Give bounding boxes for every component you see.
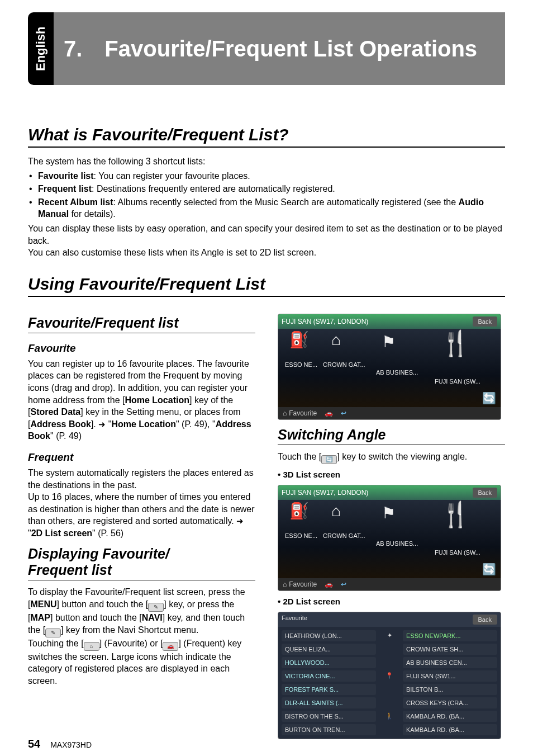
ss-title: FUJI SAN (SW17, LONDON) — [282, 489, 368, 497]
list-item[interactable]: DLR-ALL SAINTS (... — [282, 697, 376, 708]
list-item[interactable]: BURTON ON TREN... — [282, 724, 376, 735]
list-item[interactable]: CROWN GATE SH... — [403, 644, 497, 655]
intro-line: The system has the following 3 shortcut … — [28, 155, 505, 168]
page-number: 54 — [28, 738, 40, 750]
list-item[interactable]: HEATHROW (LON... — [282, 630, 376, 641]
list-item[interactable]: QUEEN ELIZA... — [282, 644, 376, 655]
para-customise: You can also customise these lists when … — [28, 247, 505, 259]
fuel-icon: ⛽ — [289, 503, 309, 519]
screenshot-2d-list: Favourite Back HEATHROW (LON... ✦ ESSO N… — [278, 612, 501, 739]
model-label: MAX973HD — [50, 740, 92, 749]
bullet-2d-list: 2D List screen — [278, 597, 505, 606]
arrow-icon: ➜ — [236, 516, 244, 526]
ss-title: FUJI SAN (SW17, LONDON) — [282, 318, 368, 325]
displaying-paragraph: To display the Favourite/Frequent list s… — [28, 586, 255, 687]
list-item[interactable]: CROSS KEYS (CRA... — [403, 697, 497, 708]
flag-icon: ⚑ — [382, 334, 396, 350]
list-item[interactable]: BISTRO ON THE S... — [282, 711, 376, 722]
turn-icon[interactable]: ↩ — [341, 409, 346, 417]
frequent-p1: The system automatically registers the p… — [28, 467, 255, 491]
list-item[interactable]: VICTORIA CINE... — [282, 670, 376, 682]
fork-knife-icon: 🍴 — [440, 502, 471, 527]
frequent-tab-icon: 🚗 — [163, 642, 178, 651]
ss-label: CROWN GAT... — [323, 532, 365, 539]
bullet-3d-list: 3D List screen — [278, 470, 505, 479]
bullet-recent-album: Recent Album list: Albums recently selec… — [28, 196, 505, 220]
bullet-favourite: Favourite list: You can register your fa… — [28, 170, 505, 182]
favourite-tab[interactable]: ⌂ Favourite — [283, 409, 317, 417]
heading-frequent: Frequent — [28, 451, 255, 464]
screenshot-3d-list-top: FUJI SAN (SW17, LONDON) Back ⛽ ⌂ ⚑ 🍴 ESS… — [278, 314, 501, 420]
arrow-icon: ➜ — [98, 419, 106, 429]
favourite-tab[interactable]: ⌂ Favourite — [283, 580, 317, 588]
section-using: Using Favourite/Frequent List — [28, 275, 505, 297]
turn-icon[interactable]: ↩ — [341, 580, 346, 588]
para-display: You can display these lists by easy oper… — [28, 223, 505, 247]
compass-icon: ✦ — [378, 630, 401, 641]
home-icon: ⌂ — [331, 332, 341, 348]
home-icon: ⌂ — [331, 503, 341, 519]
back-button[interactable]: Back — [473, 316, 497, 327]
switching-angle-text: Touch the [🔄] key to switch the viewing … — [278, 451, 505, 464]
list-item[interactable]: HOLLYWOOD... — [282, 657, 376, 668]
fork-knife-icon: 🍴 — [440, 331, 471, 356]
pointer-icon: 📍 — [378, 670, 401, 682]
flag-icon: ⚑ — [382, 505, 396, 521]
frequent-tab-icon[interactable]: 🚗 — [325, 409, 333, 417]
ss-label: ESSO NE... — [285, 361, 317, 368]
list-item[interactable]: FOREST PARK S... — [282, 684, 376, 695]
shortcut-icon: ✎ — [148, 603, 164, 612]
ss-label: FUJI SAN (SW... — [435, 549, 480, 556]
ss-label: AB BUSINES... — [376, 540, 418, 547]
section-what-is: What is Favourite/Frequent List? — [28, 125, 505, 148]
list-item[interactable]: ESSO NEWPARK... — [403, 630, 497, 641]
ss-label: FUJI SAN (SW... — [435, 378, 480, 385]
list-item[interactable]: BILSTON B... — [403, 684, 497, 695]
ss2-title: Favourite — [282, 615, 307, 625]
subhead-switching-angle: Switching Angle — [278, 427, 505, 445]
fuel-icon: ⛽ — [289, 332, 309, 348]
angle-icon[interactable]: 🔄 — [482, 391, 496, 405]
list-item[interactable]: FUJI SAN (SW1... — [403, 670, 497, 682]
back-button[interactable]: Back — [473, 488, 497, 498]
favourite-tab-icon: ⌂ — [84, 642, 99, 651]
heading-favourite: Favourite — [28, 342, 255, 355]
favourite-paragraph: You can register up to 16 favourite plac… — [28, 358, 255, 442]
angle-icon[interactable]: 🔄 — [482, 563, 496, 576]
bullet-frequent: Frequent list: Destinations frequently e… — [28, 183, 505, 195]
screenshot-3d-list: FUJI SAN (SW17, LONDON) Back ⛽ ⌂ ⚑ 🍴 ESS… — [278, 485, 501, 591]
subhead-displaying: Displaying Favourite/ Frequent list — [28, 546, 255, 580]
person-icon: 🚶 — [378, 711, 401, 722]
page-footer: 54 MAX973HD — [28, 738, 92, 750]
frequent-tab-icon[interactable]: 🚗 — [325, 580, 333, 588]
frequent-p2: Up to 16 places, where the number of tim… — [28, 491, 255, 539]
angle-switch-icon: 🔄 — [321, 455, 337, 464]
ss-label: CROWN GAT... — [323, 361, 365, 368]
list-item[interactable]: KAMBALA RD. (BA... — [403, 711, 497, 722]
chapter-banner: 7. Favourite/Frequent List Operations — [54, 12, 505, 85]
ss-label: AB BUSINES... — [376, 369, 418, 376]
list-item[interactable]: KAMBALA RD. (BA... — [403, 724, 497, 735]
ss-label: ESSO NE... — [285, 532, 317, 539]
subhead-fav-freq-list: Favourite/Frequent list — [28, 315, 255, 333]
shortcut-icon: ✎ — [45, 629, 61, 637]
language-tab: English — [28, 12, 54, 85]
list-item[interactable]: AB BUSINESS CEN... — [403, 657, 497, 668]
back-button[interactable]: Back — [473, 615, 497, 625]
